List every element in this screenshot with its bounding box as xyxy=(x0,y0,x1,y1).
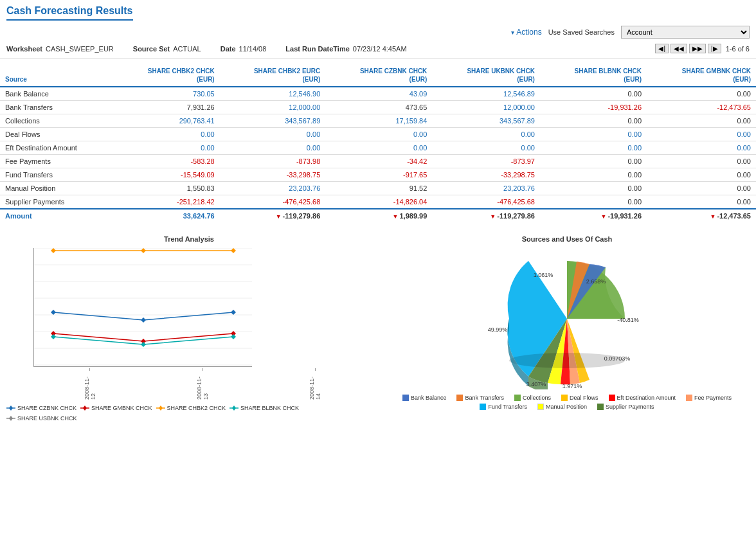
meta-row: Worksheet CASH_SWEEP_EUR Source Set ACTU… xyxy=(0,41,756,59)
table-row: Fee Payments -583.28 -873.98 -34.42 -873… xyxy=(0,155,756,168)
pie-legend-deal-flows: Deal Flows xyxy=(561,395,598,401)
val-cell: -33,298.75 xyxy=(220,168,326,182)
pie-legend-box-fund-transfers xyxy=(480,404,486,410)
val-cell: -19,931.26 xyxy=(540,101,647,114)
pie-legend-box-bank-balance xyxy=(402,395,409,401)
pie-chart-svg: 1.061% 2.658% -40.81% 0.09703% 1.971% 3.… xyxy=(477,248,657,389)
val-cell: 12,000.00 xyxy=(220,101,326,114)
table-header-row: Source SHARE CHBK2 CHCK(EUR) SHARE CHBK2… xyxy=(0,64,756,87)
total-row: Amount 33,624.76 ▼-119,279.86 ▼1,989.99 … xyxy=(0,209,756,222)
charts-section: Trend Analysis 34.2K 24.4K 14.2K 4.2K -5… xyxy=(0,229,756,428)
pie-chart-title: Sources and Uses Of Cash xyxy=(384,235,750,243)
legend-czbnk: SHARE CZBNK CHCK xyxy=(6,405,76,411)
val-cell: 0.00 xyxy=(647,87,756,101)
svg-marker-9 xyxy=(141,248,146,253)
col-header-3: SHARE CZBNK CHCK(EUR) xyxy=(325,64,432,87)
svg-marker-8 xyxy=(51,248,56,253)
warn-icon: ▼ xyxy=(276,213,282,220)
pct-label-bank-transfers: 1.061% xyxy=(534,272,554,278)
val-cell: -917.65 xyxy=(325,168,432,182)
source-cell: Supplier Payments xyxy=(0,195,113,209)
val-cell: 0.00 xyxy=(113,128,219,141)
val-cell: 7,931.26 xyxy=(113,101,219,114)
last-run-value: 07/23/12 4:45AM xyxy=(353,45,407,53)
pie-legend-box-fee xyxy=(686,395,692,401)
last-page-button[interactable]: |▶ xyxy=(708,44,721,53)
actions-button[interactable]: Actions xyxy=(511,28,541,37)
val-cell: 0.00 xyxy=(540,155,647,168)
val-cell: 0.00 xyxy=(220,141,326,155)
val-cell: 0.00 xyxy=(432,141,540,155)
first-page-button[interactable]: ◀| xyxy=(655,44,669,53)
last-run-item: Last Run DateTime 07/23/12 4:45AM xyxy=(285,45,406,53)
total-val-6: ▼-12,473.65 xyxy=(647,209,756,222)
val-cell: -583.28 xyxy=(113,155,219,168)
val-cell: -34.42 xyxy=(325,155,432,168)
pct-label-supplier: 3.407% xyxy=(526,381,546,387)
saved-searches-select[interactable]: Account xyxy=(621,26,750,39)
val-cell: 0.00 xyxy=(325,128,432,141)
svg-marker-10 xyxy=(231,248,236,253)
trend-chart-svg xyxy=(33,248,252,367)
pagination: ◀| ◀◀ ▶▶ |▶ 1-6 of 6 xyxy=(655,44,750,53)
pie-legend-label-fee: Fee Payments xyxy=(694,395,732,401)
pie-legend-fee: Fee Payments xyxy=(686,395,732,401)
next-page-button[interactable]: ▶▶ xyxy=(689,44,706,53)
source-set-value: ACTUAL xyxy=(173,45,201,53)
source-cell: Fee Payments xyxy=(0,155,113,168)
pie-legend-supplier: Supplier Payments xyxy=(597,404,654,410)
data-table: Source SHARE CHBK2 CHCK(EUR) SHARE CHBK2… xyxy=(0,64,756,222)
table-row: Eft Destination Amount 0.00 0.00 0.00 0.… xyxy=(0,141,756,155)
trend-chart-container: Trend Analysis 34.2K 24.4K 14.2K 4.2K -5… xyxy=(6,235,372,422)
worksheet-value: CASH_SWEEP_EUR xyxy=(46,45,114,53)
val-cell: -476,425.68 xyxy=(432,195,540,209)
total-val: -19,931.26 xyxy=(608,212,642,220)
val-cell: 17,159.84 xyxy=(325,114,432,128)
val-cell: 0.00 xyxy=(647,168,756,182)
val-cell: 0.00 xyxy=(540,87,647,101)
legend-chbk2-label: SHARE CHBK2 CHCK xyxy=(167,405,226,411)
pie-legend-label-bank-balance: Bank Balance xyxy=(411,395,447,401)
pie-legend-label-supplier: Supplier Payments xyxy=(606,404,654,410)
val-cell: 343,567.89 xyxy=(220,114,326,128)
worksheet-label: Worksheet xyxy=(6,45,42,53)
source-set-label: Source Set xyxy=(133,45,170,53)
pct-label-fund: 49.99% xyxy=(488,326,508,333)
table-row: Fund Transfers -15,549.09 -33,298.75 -91… xyxy=(0,168,756,182)
svg-marker-17 xyxy=(51,334,56,339)
table-row: Manual Position 1,550.83 23,203.76 91.52… xyxy=(0,182,756,195)
val-cell: 0.00 xyxy=(432,128,540,141)
source-cell: Eft Destination Amount xyxy=(0,141,113,155)
val-cell: -14,826.04 xyxy=(325,195,432,209)
toolbar: Actions Use Saved Searches Account xyxy=(0,23,756,41)
pct-label-bank-balance: 2.658% xyxy=(586,278,606,285)
x-label-2: 2008-11-14 xyxy=(309,371,321,400)
source-cell: Manual Position xyxy=(0,182,113,195)
val-cell: 0.00 xyxy=(647,195,756,209)
col-header-source: Source xyxy=(0,64,113,87)
total-val-5: ▼-19,931.26 xyxy=(540,209,647,222)
legend-czbnk-label: SHARE CZBNK CHCK xyxy=(17,405,76,411)
val-cell: 23,203.76 xyxy=(220,182,326,195)
source-cell: Bank Transfers xyxy=(0,101,113,114)
prev-page-button[interactable]: ◀◀ xyxy=(670,44,687,53)
val-cell: 1,550.83 xyxy=(113,182,219,195)
amount-label: Amount xyxy=(0,209,113,222)
val-cell: 0.00 xyxy=(647,141,756,155)
pie-legend-label-collections: Collections xyxy=(523,395,551,401)
col-header-1: SHARE CHBK2 CHCK(EUR) xyxy=(113,64,219,87)
pct-label-collections: -40.81% xyxy=(617,317,639,323)
val-cell: 0.00 xyxy=(220,128,326,141)
val-cell: 0.00 xyxy=(647,182,756,195)
val-cell: 43.09 xyxy=(325,87,432,101)
val-cell: 0.00 xyxy=(540,182,647,195)
x-label-0: 2008-11-12 xyxy=(84,371,96,400)
val-cell: 0.00 xyxy=(113,141,219,155)
val-cell: 0.00 xyxy=(647,114,756,128)
pie-legend-collections: Collections xyxy=(514,395,551,401)
val-cell: 0.00 xyxy=(325,141,432,155)
table-row: Bank Balance 730.05 12,546.90 43.09 12,5… xyxy=(0,87,756,101)
warn-icon: ▼ xyxy=(710,213,716,220)
col-header-4: SHARE UKBNK CHCK(EUR) xyxy=(432,64,540,87)
val-cell: -251,218.42 xyxy=(113,195,219,209)
